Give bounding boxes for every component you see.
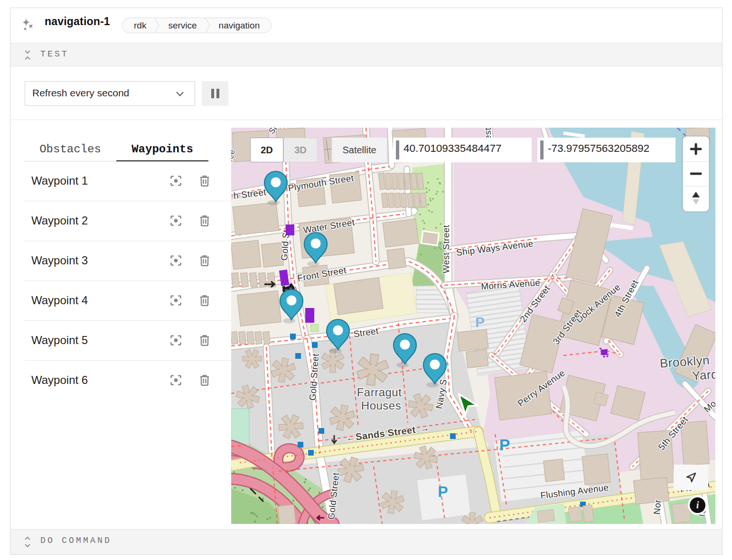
svg-text:Yard: Yard <box>692 367 715 383</box>
svg-text:P: P <box>499 436 510 454</box>
svg-text:P: P <box>438 483 448 500</box>
svg-text:Nor: Nor <box>652 499 663 515</box>
svg-text:Farragut: Farragut <box>357 386 402 399</box>
svg-text:→: → <box>419 422 430 434</box>
svg-text:West Street: West Street <box>441 224 451 273</box>
svg-text:Houses: Houses <box>361 399 401 412</box>
svg-text:P: P <box>475 314 485 330</box>
